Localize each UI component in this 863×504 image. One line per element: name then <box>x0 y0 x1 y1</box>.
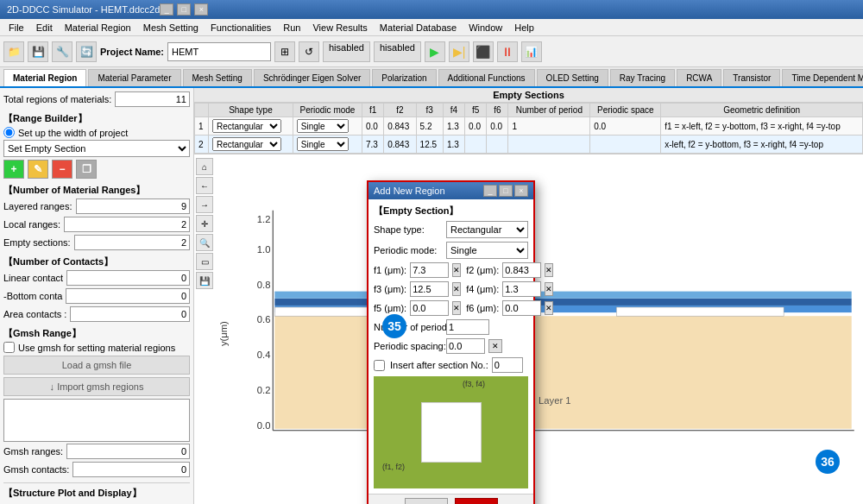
gmsh-path-textarea[interactable] <box>3 399 190 442</box>
set-empty-section-select[interactable]: Set Empty Section <box>3 140 190 157</box>
f2-input[interactable] <box>502 262 541 278</box>
add-range-btn[interactable]: + <box>3 160 24 179</box>
area-contacts-input[interactable] <box>70 306 190 322</box>
dialog-minimize-btn[interactable]: _ <box>483 185 497 197</box>
bottom-contact-input[interactable] <box>66 288 190 304</box>
setup-width-radio[interactable] <box>3 127 15 138</box>
f4-clear-btn[interactable]: ✕ <box>545 282 553 296</box>
chart-icon[interactable]: 📊 <box>521 41 542 62</box>
copy-range-btn[interactable]: ❒ <box>76 160 97 179</box>
refresh2-icon[interactable]: ↺ <box>299 41 319 62</box>
tab-oled-setting[interactable]: OLED Setting <box>537 69 608 86</box>
back-arrow-icon[interactable]: ← <box>196 177 213 194</box>
gmsh-contacts-input[interactable] <box>72 462 190 477</box>
structure-plot-header: 【Structure Plot and Display】 <box>3 487 190 500</box>
menu-window[interactable]: Window <box>463 21 507 35</box>
spacing-input[interactable] <box>446 338 485 354</box>
linear-contact-input[interactable] <box>66 270 190 286</box>
menu-mesh-setting[interactable]: Mesh Setting <box>138 21 204 35</box>
tab-material-parameter[interactable]: Material Parameter <box>88 69 180 86</box>
spacing-clear-btn[interactable]: ✕ <box>488 339 502 353</box>
table-row[interactable]: 1 Rectangular Single 0.0 0.843 <box>195 117 863 135</box>
menu-material-database[interactable]: Material Database <box>375 21 462 35</box>
f3-input[interactable] <box>410 281 449 297</box>
home-icon[interactable]: ⌂ <box>196 158 213 175</box>
f1-label: f1 (μm): <box>374 265 406 275</box>
tab-polarization[interactable]: Polarization <box>372 69 436 86</box>
maximize-btn[interactable]: □ <box>177 3 191 16</box>
f1-input[interactable] <box>410 262 449 278</box>
project-name-input[interactable] <box>167 42 271 61</box>
tab-material-region[interactable]: Material Region <box>3 69 86 88</box>
menu-file[interactable]: File <box>3 21 29 35</box>
menu-material-region[interactable]: Material Region <box>60 21 136 35</box>
forward-arrow-icon[interactable]: → <box>196 196 213 213</box>
tab-ray-tracing[interactable]: Ray Tracing <box>610 69 675 86</box>
import-gmsh-btn[interactable]: ↓ Import gmsh regions <box>3 377 190 396</box>
insert-input[interactable] <box>492 357 523 373</box>
dialog-maximize-btn[interactable]: □ <box>499 185 513 197</box>
menu-edit[interactable]: Edit <box>31 21 58 35</box>
close-dialog-btn[interactable]: Close <box>405 498 448 504</box>
tab-schrodinger[interactable]: Schrödinger Eigen Solver <box>254 69 370 86</box>
edit-range-btn[interactable]: ✎ <box>28 160 48 179</box>
row2-shape-select[interactable]: Rectangular <box>212 137 281 151</box>
remove-range-btn[interactable]: − <box>52 160 72 179</box>
f1-clear-btn[interactable]: ✕ <box>452 263 461 277</box>
gmsh-ranges-input[interactable] <box>66 444 190 459</box>
move-icon[interactable]: ✛ <box>196 215 213 232</box>
step-icon[interactable]: ▶| <box>449 41 469 62</box>
refresh-icon[interactable]: 🔄 <box>76 41 97 62</box>
pause-icon[interactable]: ⏸ <box>497 41 518 62</box>
apply-dialog-btn[interactable]: Apply <box>455 498 498 504</box>
tab-additional-functions[interactable]: Additional Functions <box>438 69 535 86</box>
periodic-mode-select[interactable]: Single <box>446 242 528 259</box>
menu-view-results[interactable]: View Results <box>307 21 372 35</box>
svg-text:1.0: 1.0 <box>257 244 271 255</box>
dialog-close-btn[interactable]: × <box>514 185 528 197</box>
use-gmsh-checkbox[interactable] <box>3 342 15 353</box>
menu-functionalities[interactable]: Functionalities <box>205 21 276 35</box>
minimize-btn[interactable]: _ <box>160 3 173 16</box>
play-icon[interactable]: ▶ <box>425 41 445 62</box>
menu-run[interactable]: Run <box>278 21 306 35</box>
col-f5: f5 <box>465 104 487 117</box>
insert-checkbox[interactable] <box>374 360 385 371</box>
open-icon[interactable]: 📁 <box>3 41 24 62</box>
tab-mesh-setting[interactable]: Mesh Setting <box>183 69 252 86</box>
f4-input[interactable] <box>502 281 541 297</box>
shape-type-select[interactable]: Rectangular <box>446 221 528 238</box>
save-icon[interactable]: 💾 <box>28 41 48 62</box>
select-icon[interactable]: ▭ <box>196 253 213 270</box>
row2-mode-select[interactable]: Single <box>297 137 349 151</box>
menu-help[interactable]: Help <box>509 21 539 35</box>
f5-input[interactable] <box>410 300 449 316</box>
layered-ranges-input[interactable] <box>76 198 191 214</box>
mesh-icon[interactable]: ⊞ <box>274 41 295 62</box>
total-regions-input[interactable] <box>115 91 190 107</box>
load-gmsh-btn[interactable]: Load a gmsh file <box>3 356 190 375</box>
tab-time-dependent[interactable]: Time Dependent Module <box>782 69 863 86</box>
table-row[interactable]: 2 Rectangular Single 7.3 0.843 <box>195 135 863 154</box>
disabled1-btn[interactable]: hisabled <box>323 41 370 62</box>
disabled2-btn[interactable]: hisabled <box>374 41 421 62</box>
local-ranges-input[interactable] <box>64 217 190 232</box>
close-btn[interactable]: × <box>194 3 208 16</box>
f6-clear-btn[interactable]: ✕ <box>545 301 553 315</box>
num-period-input[interactable] <box>446 319 489 335</box>
zoom-icon[interactable]: 🔍 <box>196 234 213 251</box>
row1-mode-select[interactable]: Single <box>297 119 349 133</box>
tab-rcwa[interactable]: RCWA <box>677 69 721 86</box>
stop-icon[interactable]: ⬛ <box>473 41 494 62</box>
tab-transistor[interactable]: Transistor <box>723 69 780 86</box>
empty-sections-input[interactable] <box>74 235 190 250</box>
row1-shape-select[interactable]: Rectangular <box>212 119 281 133</box>
project-icon[interactable]: 🔧 <box>52 41 72 62</box>
f6-input[interactable] <box>502 300 541 316</box>
chart-svg: y(μm) 0.0 0.2 0.4 0.6 0.8 1.0 1.2 Layer … <box>220 154 863 504</box>
f2-clear-btn[interactable]: ✕ <box>545 263 553 277</box>
f3-clear-btn[interactable]: ✕ <box>452 282 461 296</box>
save-chart-icon[interactable]: 💾 <box>196 272 213 289</box>
f5-clear-btn[interactable]: ✕ <box>452 301 461 315</box>
setup-width-row[interactable]: Set up the width of project <box>3 127 190 138</box>
